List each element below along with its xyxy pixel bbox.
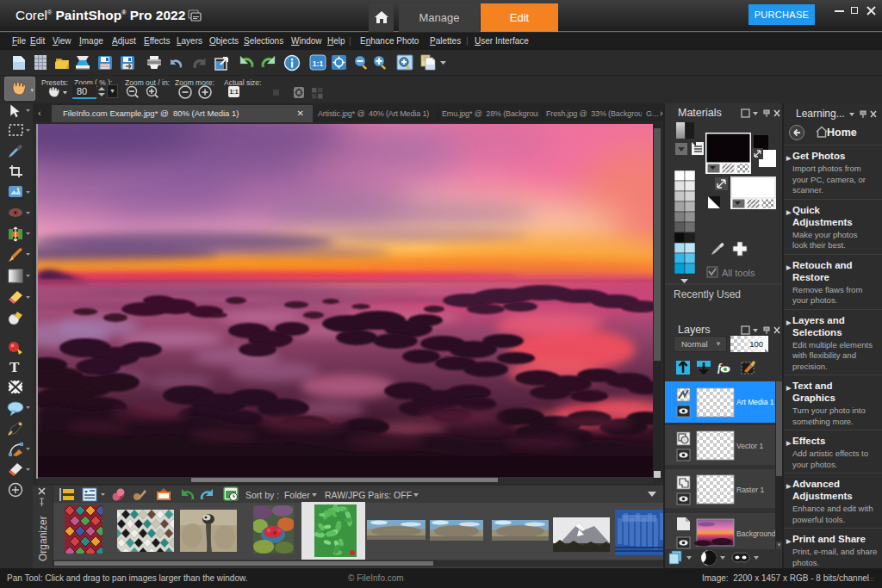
- svg-text:Vector 1: Vector 1: [736, 442, 763, 450]
- svg-text:Raster 1: Raster 1: [736, 486, 764, 494]
- svg-text:All tools: All tools: [722, 268, 755, 278]
- svg-text:100: 100: [749, 339, 763, 349]
- svg-text:Background: Background: [736, 529, 776, 538]
- svg-text:T: T: [9, 359, 20, 375]
- svg-text:Sort by : Folder: Sort by : Folder: [245, 490, 310, 500]
- svg-text:Recently Used: Recently Used: [674, 288, 741, 300]
- svg-text:Art Media 1: Art Media 1: [736, 398, 774, 406]
- svg-text:Organizer: Organizer: [37, 516, 49, 561]
- svg-text:RAW/JPG Pairs: OFF: RAW/JPG Pairs: OFF: [325, 490, 412, 500]
- svg-text:1:1: 1:1: [313, 59, 324, 68]
